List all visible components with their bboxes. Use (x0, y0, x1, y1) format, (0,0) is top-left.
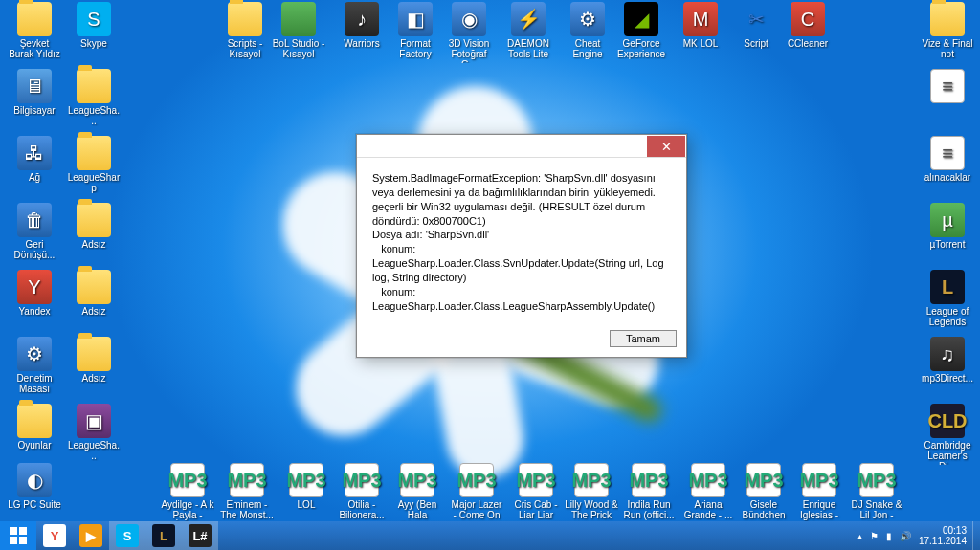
icon-label: 3D Vision Fotoğraf G... (442, 38, 496, 63)
desktop-icon[interactable]: MMK LOL (674, 2, 727, 49)
desktop-icon[interactable]: Şevket Burak Yıldız (8, 2, 61, 59)
app-icon: ◐ (17, 463, 52, 497)
desktop-icon[interactable]: ⚙Denetim Masası (8, 337, 61, 394)
desktop-icon[interactable]: MP3Eminem - The Monst... (220, 463, 274, 520)
volume-icon[interactable]: 🔊 (900, 531, 911, 541)
skype-icon: S (77, 2, 111, 36)
desktop-icon[interactable]: MP3Aydilge - A k Payla - İma... (161, 463, 214, 524)
desktop-icon[interactable]: MP3Otilia - Bilionera... (335, 463, 389, 520)
desktop-icon[interactable]: CLDCambridge Learner's Di... (921, 404, 974, 465)
taskbar-league-button[interactable]: L (145, 521, 182, 550)
desktop-icon[interactable]: MP3DJ Snake & Lil Jon - Tu... (850, 463, 903, 524)
yandex-icon: Y (43, 524, 66, 547)
mp3-icon: MP3 (230, 463, 264, 497)
desktop-icon[interactable]: ㅤBoL Studio - Kısayol (272, 2, 325, 59)
app-icon: ⚡ (511, 2, 546, 36)
desktop-icon[interactable]: ◢GeForce Experience (614, 2, 668, 59)
desktop-icon[interactable]: ♪Warriors (335, 2, 389, 49)
desktop-icon[interactable]: LeagueSha... (67, 69, 121, 126)
desktop-icon[interactable]: Oyunlar (8, 404, 61, 451)
dark-icon: ♪ (345, 2, 379, 36)
desktop-icon[interactable]: MP3Major Lazer - Come On ... (450, 463, 503, 524)
taskbar[interactable]: Y▶SLL# ▴ ⚑ ▮ 🔊 00:13 17.11.2014 (0, 521, 980, 550)
mp3-icon: MP3 (170, 463, 205, 497)
desktop-icon[interactable]: Vize & Final not (921, 2, 974, 59)
desktop-icon[interactable]: ▣LeagueSha... (67, 404, 121, 461)
action-center-icon[interactable]: ⚑ (870, 531, 879, 541)
icon-label: Oyunlar (8, 440, 61, 451)
icon-label: Denetim Masası (8, 373, 61, 394)
desktop-icon[interactable]: CCCleaner (781, 2, 835, 49)
red-icon: M (683, 2, 718, 36)
mp3-icon: MP3 (400, 463, 434, 497)
network-icon[interactable]: ▮ (886, 531, 892, 541)
scis-icon: ✂ (739, 2, 773, 36)
desktop-icon[interactable]: Adsız (67, 270, 121, 317)
desktop-icon[interactable]: ⚙Cheat Engine (561, 2, 614, 59)
desktop-icon[interactable]: MP3LOL (279, 463, 333, 510)
desktop-icon[interactable]: MP3Gisele Bündchen ... (737, 463, 791, 524)
icon-label: DAEMON Tools Lite (501, 38, 555, 59)
desktop-icon[interactable]: Adsız (67, 203, 121, 250)
desktop-icon[interactable]: ≡alınacaklar (921, 136, 974, 183)
system-tray[interactable]: ▴ ⚑ ▮ 🔊 00:13 17.11.2014 (852, 521, 972, 550)
desktop-icon[interactable]: YYandex (8, 270, 61, 317)
desktop-icon[interactable]: MP3Cris Cab - Liar Liar (509, 463, 563, 520)
taskbar-skype-button[interactable]: S (109, 521, 145, 550)
dialog-message: System.BadImageFormatException: 'SharpSv… (372, 171, 671, 313)
desktop-icon[interactable]: LeagueSharp (67, 136, 121, 193)
desktop-icon[interactable]: MP3Enrique Iglesias - Ba... (792, 463, 846, 524)
taskbar-leaguesharp-button[interactable]: L# (182, 521, 218, 550)
desktop-icon[interactable]: MP3Lilly Wood & The Prick a... (565, 463, 618, 524)
desktop-icon[interactable]: ⚡DAEMON Tools Lite (501, 2, 555, 59)
folder-icon (77, 203, 111, 237)
desktop-icon[interactable]: 🗑Geri Dönüşü... (8, 203, 61, 260)
icon-label: ㅤ (921, 105, 974, 116)
app-icon: ⚙ (570, 2, 605, 36)
icon-label: Warriors (335, 38, 389, 49)
taskbar-yandex-button[interactable]: Y (36, 521, 73, 550)
tray-overflow-icon[interactable]: ▴ (858, 531, 862, 541)
txt-icon: ≡ (930, 69, 965, 103)
app-icon: 🗑 (17, 203, 52, 237)
desktop-icon[interactable]: ✂Script (729, 2, 783, 49)
desktop-icon[interactable]: ◉3D Vision Fotoğraf G... (442, 2, 496, 63)
desktop-icon[interactable]: µµTorrent (921, 203, 974, 250)
leaguesharp-icon: L# (189, 524, 212, 547)
folder-icon (17, 2, 52, 36)
league-icon: L (152, 524, 175, 547)
close-button[interactable]: ✕ (647, 136, 685, 157)
desktop-icon[interactable]: Adsız (67, 337, 121, 384)
green-icon: ㅤ (281, 2, 316, 36)
media-player-icon: ▶ (79, 524, 102, 547)
desktop-icon[interactable]: ≡ㅤ (921, 69, 974, 116)
desktop-icon[interactable]: ♫mp3Direct... (921, 337, 974, 384)
desktop-icon[interactable]: 🖥Bilgisayar (8, 69, 61, 116)
app-icon: ◉ (452, 2, 486, 36)
txt-icon: ≡ (930, 136, 965, 170)
clock[interactable]: 00:13 17.11.2014 (919, 525, 967, 546)
desktop-icon[interactable]: MP3Indila Run Run (offici... (622, 463, 676, 520)
desktop-icon[interactable]: 🖧Ağ (8, 136, 61, 183)
ok-button[interactable]: Tamam (610, 330, 677, 347)
mp3-icon: MP3 (345, 463, 379, 497)
dialog-titlebar[interactable]: ✕ (357, 135, 686, 158)
desktop-icon[interactable]: Scripts - Kısayol (218, 2, 272, 59)
desktop-icon[interactable]: SSkype (67, 2, 121, 49)
show-desktop-button[interactable] (972, 521, 980, 550)
mp3-icon: MP3 (574, 463, 609, 497)
taskbar-start-button[interactable] (0, 521, 36, 550)
folder-icon (77, 69, 111, 103)
mp3-icon: MP3 (746, 463, 781, 497)
desktop-icon[interactable]: LLeague of Legends (921, 270, 974, 327)
desktop-icon[interactable]: ◧Format Factory (389, 2, 442, 59)
icon-label: LG PC Suite (8, 499, 61, 510)
desktop-icon[interactable]: ◐LG PC Suite (8, 463, 61, 510)
nv-icon: ◢ (624, 2, 658, 36)
desktop-icon[interactable]: MP3Ayy (Ben Hala Rüyad... (390, 463, 444, 524)
desktop-icon[interactable]: MP3Ariana Grande - ... (681, 463, 735, 520)
icon-label: BoL Studio - Kısayol (272, 38, 325, 59)
icon-label: alınacaklar (921, 172, 974, 183)
taskbar-media-player-button[interactable]: ▶ (73, 521, 109, 550)
icon-label: MK LOL (674, 38, 727, 49)
